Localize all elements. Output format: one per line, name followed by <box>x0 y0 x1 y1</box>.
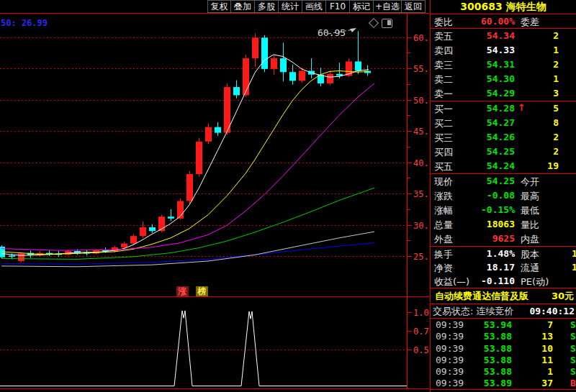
tick-price: 53.89 <box>484 378 512 388</box>
ask-row[interactable]: 卖五 54.34 2 <box>431 29 576 43</box>
ask-price[interactable]: 54.31 <box>487 59 515 70</box>
menu-item-f10[interactable]: F10 <box>326 0 350 13</box>
tick-price: 53.88 <box>484 366 512 377</box>
ask-price[interactable]: 54.29 <box>487 88 515 99</box>
quote-row: 总量 18063 量比 <box>431 217 576 232</box>
bid-price[interactable]: 54.27 <box>487 117 515 128</box>
bid-row[interactable]: 买三 54.26 2 <box>431 130 576 145</box>
quote-label: 现价 <box>434 176 453 188</box>
subscription-banner[interactable]: 自动续费通达信普及版 30元 <box>431 288 576 304</box>
svg-text:30.00: 30.00 <box>413 221 429 231</box>
tick-row: 09:39 53.88 11 S <box>431 354 576 365</box>
quote-label: 涨跌 <box>434 190 453 203</box>
menu-item-diejia[interactable]: 叠加 <box>231 0 255 13</box>
tick-price: 53.94 <box>484 319 512 330</box>
stat-label: 收益(—) <box>434 275 469 288</box>
svg-text:1.00: 1.00 <box>413 308 429 318</box>
weibi-row: 委比 60.00% 委差 <box>431 14 576 28</box>
tag-zhang[interactable]: 涨 <box>176 286 189 296</box>
bid-qty: 2 <box>553 132 559 142</box>
stat-label: 净资 <box>434 262 453 275</box>
quote-label2: 最高 <box>521 190 539 203</box>
ask-qty: 2 <box>553 30 559 41</box>
stock-code: 300683 <box>460 1 502 12</box>
stock-app-window: 60.0055.0050.0045.0040.0035.0030.0025.00… <box>0 0 576 392</box>
bid-label: 买五 <box>434 160 453 173</box>
ask-row[interactable]: 卖二 54.30 1 <box>431 72 576 86</box>
svg-text:60.00: 60.00 <box>413 33 429 43</box>
high-price-annotation: 60.95 <box>318 27 346 38</box>
ask-label: 卖四 <box>434 45 453 58</box>
menu-item-biaoji[interactable]: 标记 <box>350 0 374 13</box>
ask-label: 卖一 <box>434 88 453 101</box>
bid-price[interactable]: 54.24 <box>487 160 515 171</box>
tick-qty: 37 <box>541 378 553 388</box>
tick-time: 09:39 <box>436 331 464 342</box>
quote-label2: 量比 <box>521 219 539 232</box>
svg-text:40.00: 40.00 <box>413 158 429 168</box>
menu-item-add-watchlist[interactable]: +自选 <box>374 0 402 13</box>
banner-text: 自动续费通达信普及版 <box>435 291 528 301</box>
tag-bang[interactable]: 榜 <box>196 286 208 296</box>
ask-price[interactable]: 54.33 <box>487 45 515 55</box>
bid-label: 买二 <box>434 117 453 130</box>
tick-time: 09:39 <box>436 319 464 330</box>
svg-text:0.50: 0.50 <box>413 345 429 355</box>
bid-price[interactable]: 54.28 <box>487 103 515 114</box>
svg-text:50.00: 50.00 <box>413 96 429 106</box>
bid-row[interactable]: 买一 54.28 ↑ 5 <box>431 101 576 116</box>
ask-label: 卖三 <box>434 59 453 72</box>
tick-side: S <box>570 331 576 342</box>
menu-item-dugu[interactable]: 多股 <box>255 0 279 13</box>
bid-price[interactable]: 54.25 <box>487 146 515 157</box>
menu-item-back[interactable]: 返回 <box>402 0 426 13</box>
bid-price[interactable]: 54.26 <box>487 132 515 142</box>
ask-price[interactable]: 54.30 <box>487 73 515 84</box>
tick-side: S <box>570 355 576 365</box>
ask-row[interactable]: 卖四 54.33 1 <box>431 43 576 58</box>
tick-time: 09:39 <box>436 366 464 377</box>
weicha-label: 委差 <box>521 16 539 29</box>
stat-value: -0.110 <box>481 275 515 286</box>
trade-status-row: 交易状态: 连续竞价 09:40:12 <box>431 304 576 318</box>
tick-qty: 10 <box>541 343 553 354</box>
ask-qty: 1 <box>553 73 559 84</box>
quote-value: -0.15% <box>481 204 515 215</box>
quote-value: -0.08 <box>487 190 515 201</box>
stat-right-value: 1 <box>572 248 576 259</box>
quote-label2: 今开 <box>521 176 539 188</box>
tick-side: S <box>570 366 576 377</box>
weibi-label: 委比 <box>434 16 453 29</box>
ma-value-label: 50: 26.99 <box>1 18 48 28</box>
stock-title: 300683 海特生物 <box>431 0 576 14</box>
stat-label: 换手 <box>434 248 453 261</box>
ask-row[interactable]: 卖三 54.31 2 <box>431 58 576 72</box>
tick-row: 09:39 53.88 13 S <box>431 330 576 342</box>
menu-item-huaxian[interactable]: 画线 <box>302 0 326 13</box>
svg-text:35.00: 35.00 <box>413 189 429 199</box>
svg-text:45.00: 45.00 <box>413 127 429 137</box>
quote-label: 外盘 <box>434 233 453 246</box>
tick-list[interactable]: 09:39 53.94 7 S 09:39 53.88 13 S 09:39 5… <box>431 319 576 389</box>
tick-time: 09:39 <box>436 355 464 365</box>
bid-row[interactable]: 买二 54.27 8 <box>431 116 576 130</box>
bid-row[interactable]: 买五 54.24 19 <box>431 159 576 173</box>
menu-item-tongji[interactable]: 统计 <box>279 0 302 13</box>
stock-name: 海特生物 <box>506 1 546 12</box>
tick-qty: 13 <box>541 331 553 342</box>
svg-text:25.00: 25.00 <box>413 252 429 262</box>
tick-qty: 7 <box>547 319 553 330</box>
quote-panel: 300683 海特生物 委比 60.00% 委差 卖五 54.34 2 卖四 5… <box>430 0 576 392</box>
trade-status-label: 交易状态: 连续竞价 <box>433 306 514 316</box>
quote-label: 涨幅 <box>434 204 453 217</box>
bid-label: 买四 <box>434 146 453 159</box>
tick-row: 09:39 53.88 1 S <box>431 365 576 377</box>
bid-row[interactable]: 买四 54.25 2 <box>431 145 576 159</box>
ask-row[interactable]: 卖一 54.29 3 <box>431 86 576 101</box>
stat-label2: 股本 <box>521 248 539 261</box>
panel-toggle-icon[interactable] <box>382 19 392 28</box>
tick-qty: 1 <box>547 366 553 377</box>
ask-price[interactable]: 54.34 <box>487 30 515 41</box>
candlestick-chart[interactable]: 60.0055.0050.0045.0040.0035.0030.0025.00… <box>0 0 429 392</box>
menu-item-fuquan[interactable]: 复权 <box>207 0 231 13</box>
